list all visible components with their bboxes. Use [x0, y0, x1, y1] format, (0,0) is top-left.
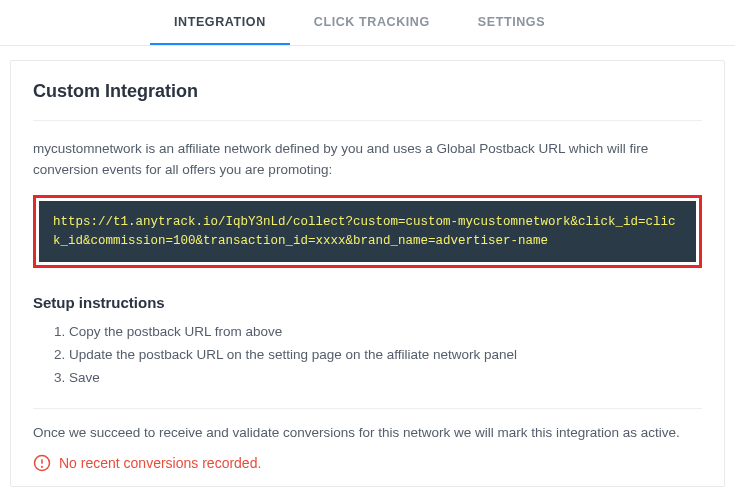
tab-integration[interactable]: INTEGRATION [150, 0, 290, 45]
instructions-title: Setup instructions [33, 294, 702, 311]
tabs-bar: INTEGRATION CLICK TRACKING SETTINGS [0, 0, 735, 46]
tab-settings[interactable]: SETTINGS [454, 0, 569, 45]
alert-text: No recent conversions recorded. [59, 455, 261, 471]
list-item: Update the postback URL on the setting p… [69, 344, 702, 367]
integration-description: mycustomnetwork is an affiliate network … [33, 139, 702, 181]
svg-point-2 [42, 467, 43, 468]
postback-url-code[interactable]: https://t1.anytrack.io/IqbY3nLd/collect?… [39, 201, 696, 263]
page-content: Custom Integration mycustomnetwork is an… [0, 46, 735, 497]
activation-note: Once we succeed to receive and validate … [33, 408, 702, 440]
list-item: Copy the postback URL from above [69, 321, 702, 344]
divider [33, 120, 702, 121]
setup-instructions-list: Copy the postback URL from above Update … [33, 321, 702, 390]
list-item: Save [69, 367, 702, 390]
tab-click-tracking[interactable]: CLICK TRACKING [290, 0, 454, 45]
postback-url-highlight: https://t1.anytrack.io/IqbY3nLd/collect?… [33, 195, 702, 269]
integration-card: Custom Integration mycustomnetwork is an… [10, 60, 725, 487]
page-title: Custom Integration [33, 81, 702, 102]
alert-icon [33, 454, 51, 472]
no-conversions-alert: No recent conversions recorded. [33, 454, 702, 472]
card-body: mycustomnetwork is an affiliate network … [11, 120, 724, 486]
card-header: Custom Integration [11, 61, 724, 106]
